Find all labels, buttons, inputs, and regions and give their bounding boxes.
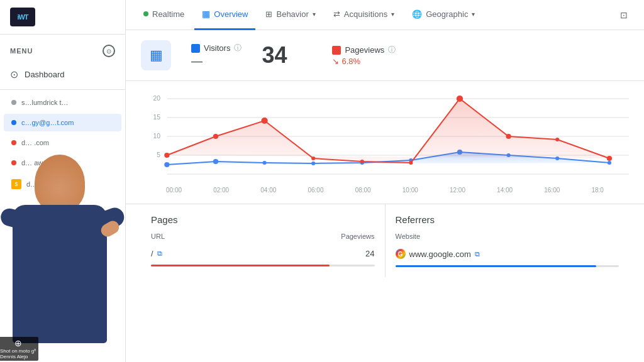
site-dot-3 — [11, 160, 16, 165]
referrers-col-website: Website — [396, 233, 421, 240]
visitors-dash: — — [191, 55, 242, 68]
svg-point-29 — [555, 138, 559, 141]
stats-row: ▦ Visitors ⓘ — 34 Pageviews ⓘ ↘ — [126, 30, 644, 81]
pages-row-0-left: / ⧉ — [151, 249, 162, 258]
down-arrow-icon: ↘ — [332, 57, 339, 66]
pages-panel-title: Pages — [151, 214, 375, 225]
dashboard-label: Dashboard — [25, 70, 65, 79]
logo-area: iWT — [0, 0, 125, 35]
menu-icon[interactable]: ⊙ — [103, 45, 115, 57]
site-item-2[interactable]: d… .com — [4, 134, 121, 151]
svg-point-30 — [607, 156, 612, 161]
svg-text:20: 20 — [153, 95, 161, 102]
more-options-button[interactable]: ⊡ — [614, 5, 634, 25]
site-dot-1 — [11, 120, 16, 125]
logo-text: iWT — [17, 13, 28, 21]
referrer-row-0-left: G www.google.com ⧉ — [396, 249, 480, 259]
logo: iWT — [10, 8, 35, 26]
tab-realtime[interactable]: Realtime — [136, 0, 192, 30]
visitors-value-block: 34 — [262, 42, 287, 69]
pageviews-color-box — [332, 46, 341, 55]
x-label-8: 16:00 — [544, 187, 560, 194]
menu-header: MENU ⊙ — [0, 35, 125, 62]
x-label-2: 04:00 — [260, 187, 276, 194]
svg-point-25 — [360, 160, 364, 163]
pages-row-0: / ⧉ 24 — [151, 245, 375, 262]
tab-behavior[interactable]: ⊞ Behavior ▾ — [258, 0, 323, 30]
x-label-7: 14:00 — [497, 187, 513, 194]
svg-point-22 — [213, 134, 218, 139]
chart-x-labels: 00:00 02:00 04:00 06:00 08:00 10:00 12:0… — [141, 187, 629, 194]
referrers-panel-title: Referrers — [396, 214, 619, 225]
referrer-progress-fill-0 — [396, 265, 597, 267]
tab-acquisitions-label: Acquisitions — [344, 9, 387, 19]
site-item-1[interactable]: c…gy@g…t.com — [4, 114, 121, 131]
site-label-3: d… away… — [21, 159, 57, 167]
svg-point-11 — [213, 159, 218, 164]
svg-point-28 — [506, 134, 511, 139]
tab-geographic[interactable]: 🌐 Geographic ▾ — [404, 0, 482, 30]
page-url-0: / — [151, 249, 153, 258]
page-progress-bar-0 — [151, 265, 375, 266]
x-label-4: 08:00 — [355, 187, 371, 194]
page-pageviews-0: 24 — [365, 249, 374, 258]
visitors-label-row: Visitors ⓘ — [191, 43, 242, 53]
pages-col-pageviews: Pageviews — [341, 233, 374, 240]
visitors-info-icon[interactable]: ⓘ — [234, 43, 242, 53]
content-area: ▦ Visitors ⓘ — 34 Pageviews ⓘ ↘ — [126, 30, 644, 362]
overview-icon: ▦ — [202, 9, 210, 19]
tab-geographic-label: Geographic — [426, 9, 468, 19]
site-item-4[interactable]: $ d… … — [4, 174, 121, 194]
pageviews-label: Pageviews — [345, 45, 384, 55]
sidebar: iWT MENU ⊙ ⊙ Dashboard s…lumdrick t… c…g… — [0, 0, 126, 362]
tab-overview[interactable]: ▦ Overview — [194, 0, 255, 30]
site-label-2: d… .com — [21, 139, 49, 146]
svg-text:15: 15 — [153, 114, 161, 121]
menu-label: MENU — [10, 47, 33, 55]
x-label-1: 02:00 — [213, 187, 229, 194]
page-progress-fill-0 — [151, 265, 330, 266]
referrer-external-link-icon-0[interactable]: ⧉ — [475, 250, 480, 258]
referrers-panel: Referrers Website G www.google.com ⧉ — [385, 204, 630, 277]
svg-text:10: 10 — [153, 133, 161, 140]
svg-point-23 — [261, 118, 267, 124]
site-label-0: s…lumdrick t… — [21, 99, 69, 106]
x-label-6: 12:00 — [450, 187, 465, 194]
pageviews-label-row: Pageviews ⓘ — [332, 45, 396, 55]
referrer-site-0: www.google.com — [409, 250, 471, 259]
main-content: Realtime ▦ Overview ⊞ Behavior ▾ ⇄ Acqui… — [126, 0, 644, 362]
x-label-9: 18:0 — [591, 187, 603, 194]
geographic-icon: 🌐 — [412, 9, 422, 19]
sidebar-divider — [0, 89, 125, 90]
dashboard-icon: ⊙ — [10, 69, 18, 80]
visitors-value: 34 — [262, 42, 287, 68]
external-link-icon-0[interactable]: ⧉ — [157, 250, 162, 258]
site-dot-2 — [11, 140, 16, 145]
referrers-header-row: Website — [396, 233, 619, 240]
svg-point-24 — [311, 156, 315, 160]
bottom-panels: Pages URL Pageviews / ⧉ 24 Re — [126, 204, 644, 277]
svg-point-19 — [608, 161, 611, 165]
referrer-row-0: G www.google.com ⧉ — [396, 245, 619, 263]
svg-point-21 — [164, 153, 169, 158]
svg-point-26 — [409, 161, 413, 165]
svg-text:5: 5 — [157, 151, 160, 158]
chart-svg: 20 15 10 5 — [141, 86, 629, 187]
svg-point-12 — [262, 161, 266, 165]
pages-panel: Pages URL Pageviews / ⧉ 24 — [141, 204, 385, 277]
visitors-block: Visitors ⓘ — — [191, 43, 242, 68]
sidebar-item-dashboard[interactable]: ⊙ Dashboard — [0, 62, 125, 87]
x-label-0: 00:00 — [166, 187, 182, 194]
top-nav: Realtime ▦ Overview ⊞ Behavior ▾ ⇄ Acqui… — [126, 0, 644, 30]
site-label-4: d… … — [26, 180, 46, 188]
tab-acquisitions[interactable]: ⇄ Acquisitions ▾ — [326, 0, 402, 30]
svg-point-27 — [457, 96, 463, 102]
google-favicon: G — [396, 249, 406, 259]
visitors-color-box — [191, 44, 200, 53]
site-item-3[interactable]: d… away… — [4, 154, 121, 172]
pageviews-change-value: 6.8% — [341, 57, 360, 66]
site-item-0[interactable]: s…lumdrick t… — [4, 94, 121, 111]
pageviews-info-icon[interactable]: ⓘ — [388, 45, 396, 55]
tab-overview-label: Overview — [214, 9, 248, 19]
x-label-3: 06:00 — [308, 187, 323, 194]
